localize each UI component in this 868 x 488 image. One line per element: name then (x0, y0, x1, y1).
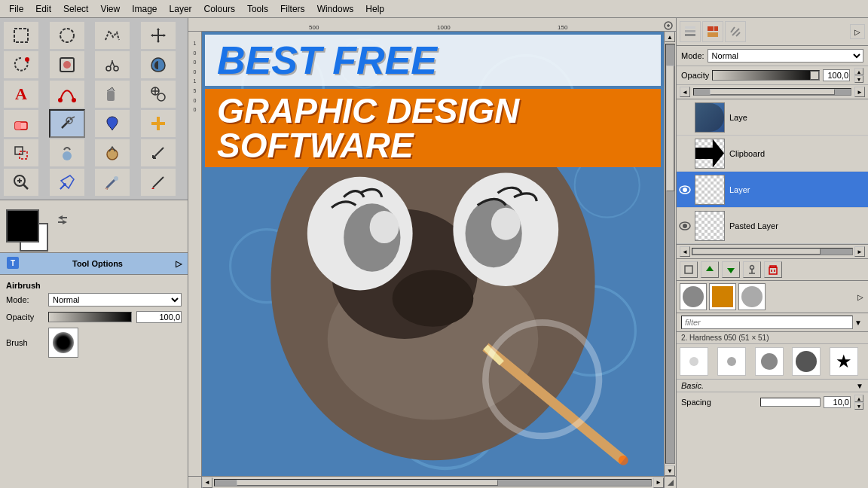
tool-paint-brush[interactable] (94, 168, 130, 197)
layer-row-3[interactable]: Layer (677, 172, 868, 208)
menu-layer[interactable]: Layer (164, 2, 198, 16)
scroll-thumb-vertical[interactable] (666, 66, 674, 191)
layer-eye-3[interactable] (678, 183, 692, 197)
scroll-right-button[interactable]: ► (653, 477, 664, 488)
tool-rect-select[interactable] (3, 21, 39, 50)
tool-clone[interactable] (140, 80, 176, 108)
menu-colours[interactable]: Colours (198, 2, 241, 16)
layers-scroll-thumb[interactable] (710, 89, 835, 95)
svg-point-79 (683, 188, 687, 192)
menu-view[interactable]: View (94, 2, 126, 16)
brush-preview-fg[interactable] (680, 283, 707, 310)
brush-preview-orange[interactable] (709, 283, 736, 310)
tool-heal[interactable] (140, 109, 176, 138)
tool-dodge-burn[interactable] (94, 139, 130, 167)
rp-brushes-icon[interactable] (702, 21, 723, 42)
brush-preview-left[interactable] (48, 328, 78, 358)
opacity-down[interactable]: ▼ (854, 75, 863, 83)
foreground-color[interactable] (6, 209, 39, 242)
raise-layer-button[interactable] (701, 261, 719, 278)
tool-paths[interactable] (49, 80, 85, 108)
layers-scroll-right[interactable]: ► (854, 87, 865, 97)
layers-scroll-left[interactable]: ◄ (680, 87, 690, 97)
brush-sample-2[interactable] (717, 347, 746, 376)
opacity-value-left[interactable] (136, 311, 182, 323)
scroll-left-button[interactable]: ◄ (202, 477, 212, 488)
brushes-collapse-btn[interactable]: ▷ (856, 291, 865, 303)
opacity-up[interactable]: ▲ (854, 68, 863, 75)
layer-row-2[interactable]: Clipboard (677, 136, 868, 172)
tool-foreground-select[interactable] (140, 50, 176, 79)
layers-hscroll-right[interactable]: ► (854, 246, 865, 257)
tool-pencil[interactable] (140, 168, 176, 197)
filter-dropdown-icon[interactable]: ▼ (853, 317, 863, 328)
lower-layer-button[interactable] (722, 261, 740, 278)
brushes-filter-input[interactable] (681, 316, 853, 329)
layer-eye-2[interactable] (678, 147, 692, 160)
rp-collapse-btn[interactable]: ▷ (850, 24, 865, 39)
brush-sample-3[interactable] (755, 347, 784, 376)
spacing-value[interactable]: 10,0 (824, 396, 851, 408)
brush-sample-1[interactable] (680, 347, 708, 376)
spacing-slider[interactable] (760, 398, 821, 407)
tool-measure[interactable] (140, 139, 176, 167)
tool-color-picker[interactable] (49, 168, 85, 197)
menu-edit[interactable]: Edit (29, 2, 57, 16)
mode-select-right[interactable]: Normal (708, 49, 863, 63)
opacity-value-right[interactable]: 100,0 (823, 69, 850, 81)
anchor-layer-button[interactable] (743, 261, 761, 278)
layer-row-4[interactable]: Pasted Layer (677, 208, 868, 244)
rp-patterns-icon[interactable] (725, 21, 746, 42)
zoom-icon[interactable] (664, 21, 673, 30)
scroll-down-button[interactable]: ▼ (665, 465, 675, 476)
tool-color-select[interactable] (49, 50, 85, 79)
brush-sample-4[interactable] (792, 347, 821, 376)
menu-filters[interactable]: Filters (274, 2, 311, 16)
tool-options-collapse[interactable]: ▷ (176, 259, 182, 269)
layers-hscroll-left[interactable]: ◄ (680, 246, 690, 257)
basic-label: Basic. (681, 381, 856, 390)
spacing-up[interactable]: ▲ (854, 395, 863, 402)
menu-select[interactable]: Select (57, 2, 94, 16)
new-layer-button[interactable] (680, 261, 698, 278)
layer-eye-4[interactable] (678, 219, 692, 233)
opacity-slider-right[interactable] (712, 70, 820, 81)
tool-eraser[interactable] (3, 109, 39, 138)
svg-marker-71 (668, 480, 674, 486)
basic-collapse-icon[interactable]: ▼ (856, 382, 863, 390)
tool-ellipse-select[interactable] (49, 21, 85, 50)
rp-layers-icon[interactable] (680, 21, 701, 42)
menu-file[interactable]: File (3, 2, 29, 16)
brush-preview-gray[interactable] (738, 283, 766, 310)
menu-windows[interactable]: Windows (311, 2, 360, 16)
tool-text[interactable]: A (3, 80, 39, 108)
scroll-thumb-horizontal[interactable] (237, 480, 498, 486)
ruler-left-mark: 1 (194, 77, 197, 87)
opacity-slider-left[interactable] (48, 312, 132, 322)
tool-free-select[interactable] (94, 21, 130, 50)
tool-airbrush[interactable] (49, 109, 85, 138)
tool-move[interactable] (140, 21, 176, 50)
menu-image[interactable]: Image (126, 2, 163, 16)
tool-iscissors[interactable] (94, 50, 130, 79)
tool-ink[interactable] (94, 109, 130, 138)
brush-sample-5[interactable]: ★ (830, 347, 858, 376)
tool-paintbucket[interactable] (94, 80, 130, 108)
brush-label: Brush (6, 338, 44, 347)
menu-tools[interactable]: Tools (241, 2, 274, 16)
tool-smudge[interactable] (49, 139, 85, 167)
layers-hscroll-thumb[interactable] (692, 249, 821, 255)
delete-layer-button[interactable] (764, 261, 782, 278)
menu-help[interactable]: Help (359, 2, 390, 16)
mode-select-left[interactable]: Normal (48, 293, 182, 307)
color-swap-icon[interactable] (57, 214, 69, 228)
spacing-down[interactable]: ▼ (854, 402, 863, 410)
tool-fuzzy-select[interactable] (3, 50, 39, 79)
layer-row-1[interactable]: Laye (677, 99, 868, 136)
gimp-canvas[interactable]: BEST FREE GRAPHIC DESIGN SOFTWARE (202, 32, 664, 476)
canvas-corner-right[interactable] (664, 476, 676, 488)
scroll-up-button[interactable]: ▲ (665, 32, 675, 42)
tool-zoom[interactable] (3, 168, 39, 197)
layer-eye-1[interactable] (678, 111, 692, 124)
tool-transform[interactable] (3, 139, 39, 167)
